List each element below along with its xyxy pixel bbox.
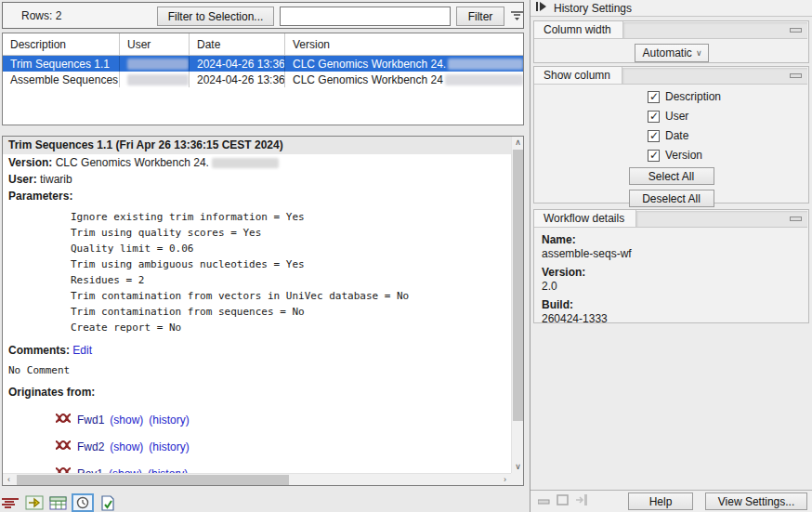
table-header-row: Description User Date Version (3, 33, 523, 56)
view-settings-button[interactable]: View Settings... (705, 492, 807, 510)
section-title: Workflow details (534, 210, 636, 228)
parameters-label: Parameters: (8, 190, 72, 203)
origin-show-link[interactable]: (show) (110, 414, 143, 427)
history-detail-panel: Trim Sequences 1.1 (Fri Apr 26 13:36:15 … (2, 136, 524, 486)
scroll-down-icon[interactable]: ∨ (512, 461, 524, 473)
horizontal-scroll-thumb[interactable] (17, 475, 289, 485)
filter-input[interactable] (280, 7, 451, 26)
filter-button[interactable]: Filter (456, 7, 504, 26)
checkbox-label: Date (665, 129, 688, 142)
version-text: CLC Genomics Workbench 24. (293, 58, 446, 71)
history-view-icon[interactable] (72, 493, 94, 512)
section-header: Show column (534, 67, 808, 85)
checkbox-label: User (665, 110, 688, 123)
filter-funnel-icon[interactable] (510, 9, 524, 23)
collapse-arrow-icon[interactable] (536, 1, 547, 15)
column-header-description[interactable]: Description (3, 33, 120, 55)
redacted-user-value (127, 74, 189, 85)
sequence-icon (55, 466, 72, 473)
section-body: Name: assemble-seqs-wf Version: 2.0 Buil… (534, 228, 808, 326)
workflow-build-label: Build: (542, 298, 808, 312)
checkbox-description[interactable] (648, 91, 660, 103)
originates-from-label: Originates from: (8, 386, 95, 399)
cell-user (120, 72, 190, 87)
table-row[interactable]: Trim Sequences 1.1 2024-04-26 13:36 CLC … (3, 56, 523, 72)
user-value: tiwarib (40, 173, 72, 186)
user-label: User: (8, 173, 37, 186)
horizontal-scrollbar: ‹ › (3, 473, 511, 485)
checkbox-label: Description (665, 90, 721, 103)
show-column-option: User (648, 109, 808, 124)
checkbox-user[interactable] (648, 111, 660, 123)
show-column-option: Date (648, 128, 808, 143)
chevron-down-icon: ∨ (696, 48, 702, 58)
dock-panel-icon[interactable] (575, 494, 588, 508)
workflow-name-value: assemble-seqs-wf (542, 247, 808, 261)
show-column-option: Version (648, 148, 808, 163)
sidebar-bottom-bar: Help View Settings... (530, 490, 812, 512)
parameter-line: Trim contamination from vectors in UniVe… (3, 288, 511, 304)
show-column-section: Show column Description User Date Versio… (533, 66, 809, 203)
workflow-view-icon[interactable] (25, 494, 44, 511)
cell-version: CLC Genomics Workbench 24 (285, 72, 523, 87)
help-button[interactable]: Help (628, 492, 693, 510)
redacted-user-value (127, 59, 189, 70)
checkbox-label: Version (665, 149, 702, 162)
table-row[interactable]: Assemble Sequences 2024-04-26 13:36 CLC … (3, 72, 523, 87)
vertical-scrollbar: ∧ ∨ (511, 137, 523, 473)
sidebar-title: History Settings (554, 2, 632, 15)
minimize-section-icon[interactable] (790, 73, 802, 78)
rows-count-label: Rows: 2 (21, 9, 61, 22)
history-view: Rows: 2 Filter to Selection... Filter De… (0, 0, 812, 512)
edit-comments-link[interactable]: Edit (72, 344, 92, 357)
history-table: Description User Date Version Trim Seque… (2, 33, 524, 125)
graph-view-icon[interactable] (2, 494, 20, 511)
section-header: Column width (534, 21, 808, 39)
element-info-view-icon[interactable] (98, 494, 117, 511)
section-header-strip (622, 68, 807, 85)
redacted-version-suffix (448, 59, 523, 70)
expand-box-icon[interactable] (557, 494, 569, 508)
show-column-option: Description (648, 89, 808, 104)
scrollbar-corner (511, 473, 523, 485)
comments-label: Comments: (8, 344, 70, 357)
origin-history-link[interactable]: (history) (149, 440, 189, 453)
version-value: CLC Genomics Workbench 24. (56, 156, 209, 169)
scroll-left-icon[interactable]: ‹ (3, 474, 15, 486)
checkbox-date[interactable] (648, 130, 660, 142)
scroll-up-icon[interactable]: ∧ (512, 137, 524, 149)
checkbox-version[interactable] (648, 150, 660, 162)
workflow-name-label: Name: (542, 233, 808, 247)
origin-show-link[interactable]: (show) (110, 440, 143, 453)
minimize-section-icon[interactable] (790, 217, 802, 221)
column-header-user[interactable]: User (120, 33, 190, 55)
origin-item: Fwd2 (show) (history) (3, 439, 511, 454)
redacted-version-suffix (212, 158, 279, 168)
view-mode-bar (2, 493, 117, 512)
vertical-scroll-thumb[interactable] (513, 150, 523, 421)
column-header-version[interactable]: Version (285, 33, 523, 55)
column-header-date[interactable]: Date (190, 33, 285, 55)
section-header-strip (623, 22, 807, 39)
section-header: Workflow details (534, 210, 808, 228)
workflow-version-label: Version: (542, 266, 808, 280)
version-text: CLC Genomics Workbench 24 (293, 73, 443, 86)
cell-user (120, 56, 190, 72)
origin-history-link[interactable]: (history) (149, 414, 189, 427)
no-comment-text: No Comment (3, 362, 511, 379)
table-view-icon[interactable] (48, 494, 67, 511)
collapse-all-icon[interactable] (538, 495, 550, 508)
dropdown-value: Automatic (643, 46, 692, 59)
parameter-line: Trim using quality scores = Yes (3, 225, 511, 241)
column-width-section: Column width Automatic ∨ (533, 20, 809, 63)
column-width-dropdown[interactable]: Automatic ∨ (635, 44, 709, 62)
deselect-all-button[interactable]: Deselect All (629, 190, 714, 207)
minimize-section-icon[interactable] (790, 28, 802, 33)
filter-to-selection-button[interactable]: Filter to Selection... (157, 7, 274, 26)
select-all-button[interactable]: Select All (629, 167, 714, 185)
parameter-line: Quality limit = 0.06 (3, 241, 511, 256)
parameter-line: Trim using ambiguous nucleotides = Yes (3, 256, 511, 272)
workflow-version-value: 2.0 (542, 280, 808, 294)
scroll-right-icon[interactable]: › (499, 474, 511, 486)
detail-content: Trim Sequences 1.1 (Fri Apr 26 13:36:15 … (3, 137, 511, 473)
